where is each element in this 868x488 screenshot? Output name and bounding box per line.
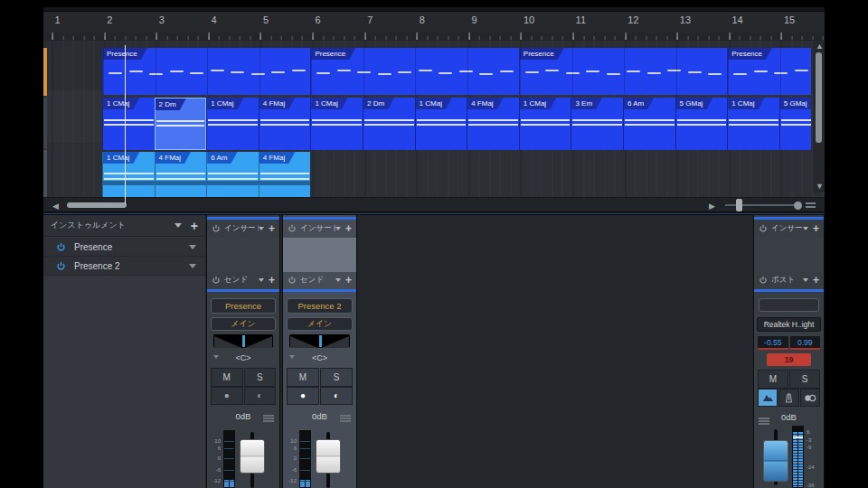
chord-part[interactable]: 3 Em [571, 98, 623, 150]
insert-slots[interactable] [283, 238, 356, 272]
power-icon[interactable] [56, 261, 66, 271]
chord-part[interactable]: 1 CMaj [519, 98, 571, 150]
chevron-down-icon[interactable] [189, 264, 196, 268]
zoom-slider-thumb[interactable] [736, 199, 742, 211]
dropout-indicator[interactable]: 19 [767, 353, 811, 366]
chord-part[interactable]: 4 FMaj [155, 152, 207, 202]
add-insert-button[interactable]: + [269, 222, 275, 235]
pan-expand-icon[interactable] [289, 355, 295, 359]
scroll-down-icon[interactable]: ▼ [816, 182, 824, 191]
power-icon[interactable] [288, 224, 297, 233]
main-insert-slots[interactable] [754, 238, 824, 272]
zoom-slider-handle[interactable] [794, 202, 802, 210]
mute-button[interactable]: M [287, 368, 319, 387]
chord-part[interactable]: 4 FMaj [259, 152, 311, 202]
chevron-down-icon[interactable] [803, 227, 808, 230]
record-arm-button[interactable]: ● [287, 387, 319, 405]
power-icon[interactable] [212, 276, 221, 285]
power-icon[interactable] [288, 276, 297, 285]
power-icon[interactable] [56, 242, 66, 252]
pan-control[interactable] [289, 334, 350, 348]
add-insert-button[interactable]: + [345, 222, 352, 235]
resize-grip-icon[interactable] [806, 201, 816, 210]
chevron-down-icon[interactable] [803, 278, 808, 282]
solo-button[interactable]: S [320, 368, 353, 387]
main-post-header[interactable]: ポスト + [754, 272, 824, 288]
mute-button[interactable]: M [758, 370, 788, 389]
value-right[interactable]: 0.99 [790, 336, 821, 350]
chevron-down-icon[interactable] [175, 223, 182, 228]
send-header[interactable]: センド + [207, 272, 279, 288]
pan-expand-icon[interactable] [213, 355, 219, 359]
chord-part[interactable]: 1 CMaj [102, 152, 155, 202]
horizontal-scrollbar-thumb[interactable] [67, 202, 127, 208]
fader-handle[interactable] [240, 439, 265, 474]
mono-button[interactable] [758, 389, 778, 407]
monitor-button[interactable]: ◐ [244, 387, 277, 405]
chord-part[interactable]: 5 GMaj [779, 98, 811, 150]
record-arm-button[interactable]: ● [211, 387, 243, 405]
value-left[interactable]: -0.55 [758, 336, 788, 350]
main-insert-header[interactable]: インサート + [754, 221, 824, 237]
instrument-part[interactable]: Presence [727, 48, 811, 95]
pan-control[interactable] [213, 334, 273, 348]
chord-part[interactable]: 1 CMaj [206, 98, 259, 150]
solo-button[interactable]: S [789, 370, 820, 389]
timeline-ruler[interactable]: 123456789101112131415 [43, 12, 825, 33]
solo-button[interactable]: S [244, 368, 277, 387]
power-icon[interactable] [759, 224, 768, 233]
vertical-scrollbar-thumb[interactable] [816, 52, 822, 143]
channel-name-button[interactable]: Presence [211, 298, 276, 314]
chevron-down-icon[interactable] [259, 227, 264, 230]
metronome-button[interactable] [778, 389, 798, 407]
mute-button[interactable]: M [211, 368, 243, 387]
chord-part[interactable]: 2 Dm [363, 98, 415, 150]
playhead[interactable] [125, 45, 126, 204]
add-post-button[interactable]: + [813, 274, 819, 286]
insert-slots[interactable] [207, 238, 279, 272]
channel-name-button[interactable]: Presence 2 [287, 298, 353, 314]
main-empty-field[interactable] [759, 298, 819, 312]
scroll-left-icon[interactable]: ◀ [52, 202, 59, 211]
insert-header[interactable]: インサート + [207, 221, 279, 237]
chord-part[interactable]: 1 CMaj [415, 98, 467, 150]
chevron-down-icon[interactable] [259, 278, 264, 282]
panel-splitter[interactable] [43, 211, 825, 214]
track-list-item[interactable]: Presence [43, 238, 205, 257]
add-track-button[interactable]: + [191, 220, 198, 232]
add-send-button[interactable]: + [345, 274, 352, 286]
chord-part[interactable]: 1 CMaj [727, 98, 779, 150]
output-route-button[interactable]: メイン [211, 317, 276, 331]
chord-part[interactable]: 4 FMaj [467, 98, 519, 150]
pan-value[interactable]: <C> [312, 353, 327, 362]
add-insert-button[interactable]: + [813, 222, 819, 235]
chord-part[interactable]: 4 FMaj [259, 98, 311, 150]
chord-part[interactable]: 6 Am [206, 152, 259, 202]
track-list-item[interactable]: Presence 2 [43, 257, 205, 276]
output-route-button[interactable]: メイン [287, 317, 353, 331]
insert-header[interactable]: インサート + [283, 221, 356, 237]
add-send-button[interactable]: + [269, 274, 275, 286]
timeline-ticks[interactable] [43, 33, 825, 41]
monitor-button[interactable]: ◐ [320, 387, 353, 405]
fader-handle[interactable] [316, 439, 341, 474]
stereo-link-button[interactable] [800, 389, 820, 407]
chord-part[interactable]: 6 Am [623, 98, 675, 150]
scroll-right-icon[interactable]: ▶ [709, 202, 715, 211]
send-header[interactable]: センド + [283, 272, 356, 288]
main-fader-handle[interactable] [763, 440, 788, 482]
pan-value[interactable]: <C> [235, 353, 250, 362]
chevron-down-icon[interactable] [189, 245, 196, 249]
chord-part[interactable]: 1 CMaj [102, 98, 155, 150]
power-icon[interactable] [212, 224, 221, 233]
chord-part[interactable]: 5 GMaj [675, 98, 728, 150]
instrument-part[interactable]: Presence [310, 48, 518, 95]
instrument-part[interactable]: Presence [519, 48, 727, 95]
scroll-up-icon[interactable]: ▲ [816, 42, 824, 51]
chevron-down-icon[interactable] [335, 278, 341, 282]
instrument-part[interactable]: Presence [102, 48, 310, 95]
chord-part[interactable]: 1 CMaj [310, 98, 363, 150]
output-device-button[interactable]: Realtek H..ight [757, 317, 821, 332]
vertical-scrollbar[interactable]: ▲ ▼ [813, 41, 825, 192]
horizontal-scrollbar[interactable]: ◀ ▶ [43, 197, 825, 211]
